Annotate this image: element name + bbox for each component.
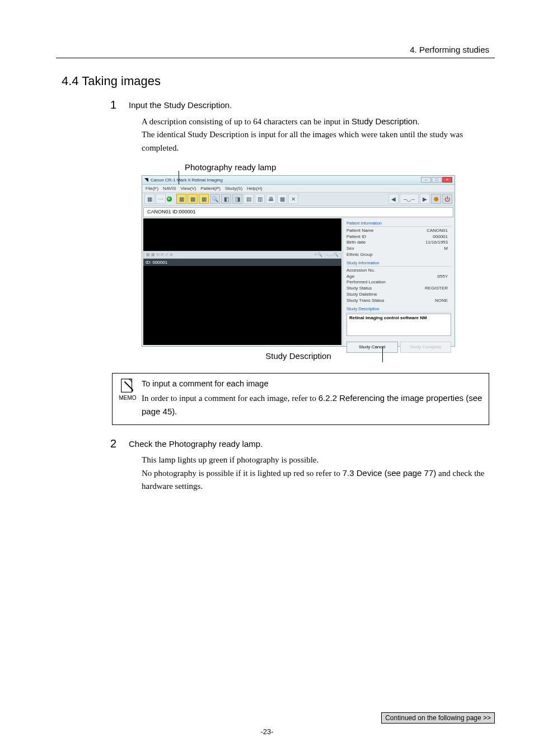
mid-icons-right[interactable]: ≡ 🔍 –◡–🔍 [314,253,339,257]
pi-bd-v: 11/16/1953 [425,240,451,246]
tb-icon-print[interactable]: 🖶 [266,194,276,204]
memo-body-a: In order to input a comment for each ima… [142,394,318,403]
photography-ready-lamp-icon [167,197,172,202]
step-2-text-b-a: No photography is possible if it is ligh… [142,469,343,478]
si-loc-l: Performed Location [346,279,386,286]
step-2-title: Check the Photography ready lamp. [129,437,263,450]
memo-icon: MEMO [118,377,137,419]
si-dt-l: Study Datetime [346,292,377,298]
menu-help[interactable]: Help(H) [247,186,263,191]
page-number: -23- [0,727,534,736]
study-info-title: Study Information [346,260,451,267]
chapter-rule [56,58,495,58]
screenshot-wrap: ◥ Canon CR-1 Mark II Retinal Imaging – □… [142,175,455,347]
tb-nav-prev[interactable]: ◀ [388,194,399,204]
tb-icon-4[interactable]: ▦ [188,194,198,204]
svg-rect-0 [121,379,132,392]
tb-icon-7[interactable]: ◨ [232,194,242,204]
step-1-number: 1 [56,99,129,111]
tb-icon-3[interactable]: ▦ [176,194,186,204]
pi-name-l: Patient Name [346,228,373,234]
close-button[interactable]: × [442,177,452,183]
menu-navis[interactable]: NAVIS [163,186,176,191]
titlebar: ◥ Canon CR-1 Mark II Retinal Imaging – □… [142,176,455,185]
tb-icon-x[interactable]: ✕ [288,194,298,204]
right-panel: Patient Information Patient NameCANON01 … [343,218,455,346]
tb-icon-1[interactable]: ▦ [144,194,154,204]
tb-icon-2[interactable]: ⋯ [156,194,166,204]
tb-icon-warn[interactable]: ⬣ [431,194,441,204]
patient-info-title: Patient Information [346,221,451,227]
si-age-v: 055Y [437,274,451,280]
step-1-text-a: A description consisting of up to 64 cha… [142,117,352,126]
tb-icon-5[interactable]: ▦ [199,194,209,204]
memo-body-end: . [175,407,177,416]
pi-sex-l: Sex [346,246,354,252]
tb-icon-6[interactable]: ◧ [221,194,231,204]
si-ts-v: NONE [435,298,451,304]
step-2-ref: 7.3 Device (see page 77) [343,468,437,478]
thumbnail-area [143,218,341,251]
pi-id-v: 000001 [433,234,451,240]
pi-eth-l: Ethnic Group [346,252,373,258]
tb-nav-next[interactable]: ▶ [420,194,430,204]
section-title: 4.4 Taking images [62,74,495,88]
tb-icon-zoom[interactable]: 🔍 [210,194,220,204]
pi-name-v: CANON01 [427,228,451,234]
menu-view[interactable]: View(V) [181,186,196,191]
tb-icon-9[interactable]: ▥ [255,194,265,204]
memo-icon-label: MEMO [119,395,136,401]
left-pane: ▦ ▦ ⟲ ⟳ ⤢ ⊕ ≡ 🔍 –◡–🔍 ID: 000001 [142,218,343,346]
si-stat-v: REGISTER [425,286,451,292]
menubar: File(F) NAVIS View(V) Patient(P) Study(S… [142,185,455,193]
step-1-body: A description consisting of up to 64 cha… [142,115,489,155]
si-stat-l: Study Status [346,286,372,292]
menu-patient[interactable]: Patient(P) [200,186,221,191]
si-age-l: Age [346,274,354,280]
maximize-button[interactable]: □ [432,177,442,183]
step-2-body: This lamp lights up green if photography… [142,454,489,493]
step-2-row: 2 Check the Photography ready lamp. [56,437,495,450]
study-description-input[interactable]: Retinal imaging control software NM [346,314,451,336]
step-1-text-a-end: . [417,117,419,126]
chapter-header: 4. Performing studies [56,45,495,54]
memo-title: To input a comment for each image [142,377,483,390]
app-window: ◥ Canon CR-1 Mark II Retinal Imaging – □… [142,175,455,347]
tb-nav-slider[interactable]: –◡– [400,194,419,204]
step-1-sans: Study Description [352,116,418,126]
callout-line-study-desc [382,347,383,362]
step-2-text-a: This lamp lights up green if photography… [142,455,318,464]
caption-photography-lamp: Photography ready lamp [185,162,495,172]
si-ts-l: Study Trans Status [346,298,385,304]
app-icon: ◥ [144,177,148,183]
si-loc-v [448,279,451,286]
memo-body: In order to input a comment for each ima… [142,391,483,419]
pi-bd-l: Birth date [346,240,366,246]
study-desc-title: Study Description [346,306,451,312]
image-id-strip: ID: 000001 [143,259,341,266]
tb-icon-exit[interactable]: ⏻ [442,194,452,204]
id-bar: CANON01 ID:000001 [143,207,453,217]
study-complete-button[interactable]: Study Complete [400,342,452,353]
step-1-text-b: The identical Study Description is input… [142,130,463,152]
pi-sex-v: M [444,246,451,252]
toolbar: ▦ ⋯ ▦ ▦ ▦ 🔍 ◧ ◨ ▤ ▥ 🖶 ▦ ✕ ◀ [142,193,455,206]
minimize-button[interactable]: – [421,177,431,183]
study-cancel-button[interactable]: Study Cancel [346,342,398,353]
titlebar-text: Canon CR-1 Mark II Retinal Imaging [151,178,223,183]
mid-icons-left[interactable]: ▦ ▦ ⟲ ⟳ ⤢ ⊕ [146,253,173,257]
menu-file[interactable]: File(F) [146,186,158,191]
continued-box: Continued on the following page >> [381,712,495,724]
menu-study[interactable]: Study(S) [225,186,242,191]
tb-icon-8[interactable]: ▤ [243,194,254,204]
pi-eth-v [448,252,451,258]
step-1-title: Input the Study Description. [129,99,232,111]
mid-toolbar: ▦ ▦ ⟲ ⟳ ⤢ ⊕ ≡ 🔍 –◡–🔍 [143,251,341,259]
callout-line-lamp [179,171,179,184]
step-2-number: 2 [56,437,129,450]
pi-id-l: Patient ID [346,234,366,240]
si-acc-v [448,268,451,274]
si-dt-v [448,292,451,298]
tb-icon-grid[interactable]: ▦ [277,194,287,204]
image-view-area [143,266,341,345]
